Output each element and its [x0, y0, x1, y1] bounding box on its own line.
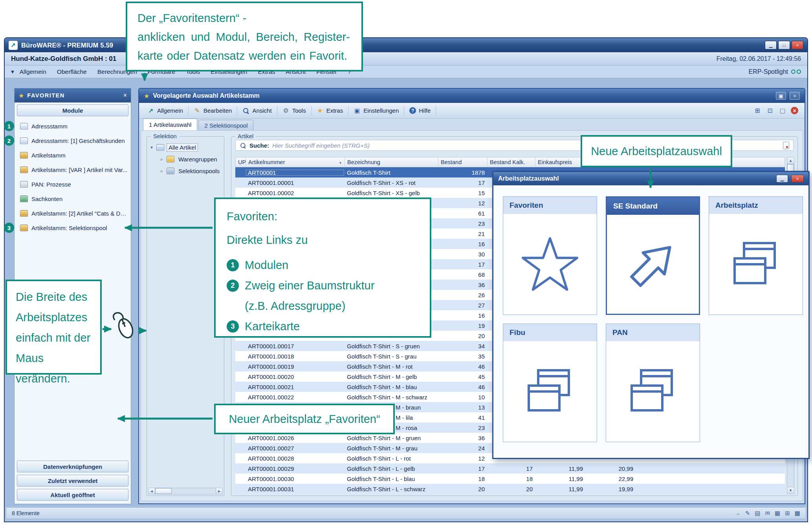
workspace-tile[interactable]: SE Standard [606, 196, 700, 315]
scrollbar-thumb[interactable] [155, 488, 172, 494]
toolbar-button[interactable]: Allgemein [142, 106, 189, 116]
annotation-line: karte oder Datensatz werden ein Favorit. [137, 46, 351, 65]
table-row[interactable]: ART00001.00029 Goldfisch T-Shirt - L - g… [235, 463, 785, 474]
table-row[interactable]: ART00001.00030 Goldfisch T-Shirt - L - b… [235, 474, 785, 484]
scroll-left-icon[interactable] [148, 488, 155, 494]
cell-bestand: 17 [438, 261, 487, 268]
tree-expander-icon[interactable] [159, 168, 164, 174]
sort-descending-icon[interactable] [339, 159, 342, 165]
tree-expander-icon[interactable] [159, 157, 164, 162]
column-header-up[interactable]: UP [236, 157, 246, 167]
tab[interactable]: 1 Artikelauswahl [143, 119, 197, 130]
tree-item[interactable]: Selektionspools [159, 165, 222, 177]
favorites-close-icon[interactable] [123, 92, 127, 99]
article-groupbox-label: Artikel [235, 133, 256, 139]
window-tile-icon[interactable]: ⊞ [785, 510, 790, 517]
favorites-item[interactable]: Artikelstamm: [VAR ] Artikel mit Var... [15, 163, 131, 177]
toolbar-button[interactable]: Einstellungen [348, 106, 404, 116]
tree-item[interactable]: Alle Artikel [149, 141, 222, 153]
erp-spotlight[interactable]: ERP-Spotlight [749, 68, 801, 75]
cell-bestand: 12 [438, 455, 487, 462]
window-cascade-icon[interactable] [766, 107, 774, 115]
cell-bestand: 12 [438, 200, 487, 207]
scroll-up-icon[interactable] [787, 157, 794, 164]
cell-bestand: 17 [438, 179, 487, 186]
tree-item-label: Selektionspools [177, 167, 221, 175]
maximize-icon[interactable] [778, 41, 790, 49]
workspace-tile[interactable]: PAN [606, 324, 700, 442]
status-element-count: 8 Elemente [12, 510, 40, 516]
forward-icon[interactable]: → [735, 510, 741, 517]
menu-item[interactable]: Oberfläche [57, 68, 87, 75]
favorites-item[interactable]: PAN: Prozesse [15, 177, 131, 192]
cell-bestand: 23 [438, 220, 487, 227]
cell-bestand: 36 [438, 282, 487, 288]
column-header-bestand-kalk[interactable]: Bestand Kalk. [488, 157, 535, 167]
cell-bestand: 18 [438, 476, 487, 482]
column-header-artikelnummer[interactable]: Artikelnummer [246, 157, 345, 167]
close-icon[interactable] [792, 41, 803, 49]
tree-item[interactable]: Warengruppen [159, 153, 222, 165]
favorites-item[interactable]: 1 Adressstamm [15, 119, 131, 134]
cell-verkaufspreis: 22,99 [585, 476, 636, 482]
panel-bottom-button[interactable]: Aktuell geöffnet [17, 489, 128, 501]
workspace-tile[interactable]: Arbeitsplatz [709, 196, 803, 315]
table-row[interactable]: ART00001.00031 Goldfisch T-Shirt - L - s… [235, 484, 785, 494]
selection-groupbox-label: Selektion [151, 133, 179, 139]
annotation-list-text: Karteikarte [245, 317, 300, 336]
cell-artikelnummer: ART00001.00031 [246, 486, 345, 492]
favorites-item[interactable]: Sachkonten [15, 192, 131, 206]
panel-bottom-button[interactable]: Datenverknüpfungen [17, 461, 128, 472]
column-header-bezeichnung[interactable]: Bezeichnung [345, 157, 438, 167]
favorites-item[interactable]: 3 Artikelstamm: Selektionspool [15, 221, 131, 235]
datetime-label: Freitag, 02.06.2017 - 12:49:56 [717, 55, 801, 62]
edit-icon[interactable]: ✎ [745, 510, 750, 517]
toolbar-button[interactable]: Ansicht [237, 106, 277, 116]
toolbar-button-label: Tools [292, 107, 306, 114]
column-header-einkaufspreis[interactable]: Einkaufspreis [535, 157, 586, 167]
window-tile-icon[interactable] [753, 107, 762, 115]
favorites-item-label: Artikelstamm [31, 152, 66, 159]
toolbar-button[interactable]: Tools [277, 106, 312, 116]
annotation-list-item: 2 Zweig einer Baumstruktur [227, 275, 419, 296]
tab[interactable]: 2 Selektionspool [198, 120, 253, 130]
document-icon[interactable]: ▤ [755, 510, 760, 517]
toolbar-button[interactable]: Hilfe [404, 106, 436, 116]
tree-expander-icon[interactable] [149, 145, 154, 150]
minimize-icon[interactable] [765, 41, 777, 49]
scroll-down-icon[interactable] [787, 487, 794, 494]
favorites-item[interactable]: 2 Adressstamm: [1] Geschäftskunden [15, 134, 131, 148]
module-button[interactable]: Module [17, 104, 128, 116]
workspace-tile[interactable]: Fibu [503, 324, 597, 442]
favorites-item[interactable]: Artikelstamm: [2] Artikel "Cats & Dogs" [15, 206, 131, 221]
calendar-icon[interactable]: ▩ [795, 510, 800, 517]
annotation-line: Maus verändern. [16, 348, 92, 389]
restore-icon[interactable] [776, 92, 786, 100]
horizontal-scrollbar[interactable] [148, 488, 223, 494]
grid-icon[interactable]: ▦ [775, 510, 780, 517]
buroware-logo-icon [9, 41, 18, 50]
workspace-tile[interactable]: Favoriten [503, 196, 597, 315]
tile-body [709, 214, 803, 315]
mail-icon[interactable]: ✉ [765, 510, 770, 517]
menu-item[interactable]: Allgemein [20, 68, 46, 75]
close-icon[interactable] [790, 92, 800, 100]
magnifier-icon [242, 107, 249, 114]
toolbar-button[interactable]: Extras [312, 106, 349, 116]
favorites-item[interactable]: Artikelstamm [15, 148, 131, 163]
annotation-numbered-list: 1 Modulen 2 Zweig einer Baumstruktur (z.… [227, 255, 419, 337]
export-page-icon[interactable] [783, 142, 789, 149]
workspace-window-titlebar: Arbeitsplatzauswahl [493, 172, 808, 185]
column-header-bestand[interactable]: Bestand [438, 157, 488, 167]
cell-bezeichnung: Goldfisch T-Shirt - M - grau [345, 445, 438, 452]
toolbar-button[interactable]: Bearbeiten [189, 106, 238, 116]
new-page-icon[interactable] [778, 107, 787, 115]
close-icon[interactable] [791, 175, 804, 183]
scroll-right-icon[interactable] [216, 488, 222, 494]
favorite-star-icon[interactable] [144, 92, 149, 100]
minimize-icon[interactable] [776, 175, 788, 183]
panel-bottom-button[interactable]: Zuletzt verwendet [17, 475, 128, 487]
menu-caret-icon[interactable] [11, 68, 14, 75]
close-red-icon[interactable] [791, 107, 798, 114]
cell-artikelnummer: ART00001.00022 [246, 394, 345, 401]
